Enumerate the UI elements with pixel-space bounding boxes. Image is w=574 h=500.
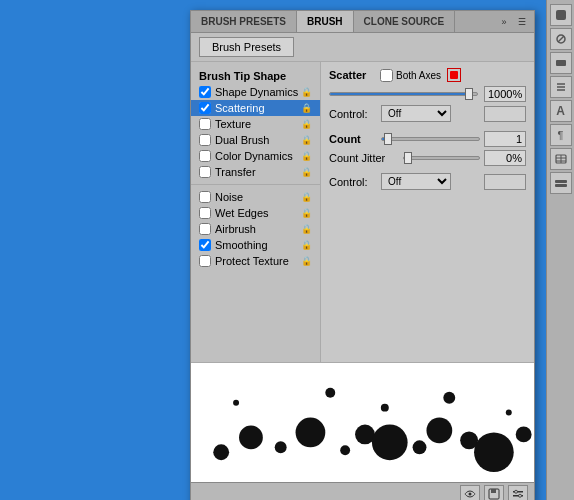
svg-rect-3 bbox=[556, 60, 566, 66]
option-noise[interactable]: Noise 🔒 bbox=[191, 189, 320, 205]
color-dynamics-checkbox[interactable] bbox=[199, 150, 211, 162]
svg-point-31 bbox=[469, 492, 472, 495]
wet-edges-label: Wet Edges bbox=[215, 207, 269, 219]
svg-point-25 bbox=[516, 426, 532, 442]
jitter-slider-thumb[interactable] bbox=[404, 152, 412, 164]
smudge-icon bbox=[554, 56, 568, 70]
tab-bar: BRUSH PRESETS BRUSH CLONE SOURCE » ☰ bbox=[191, 11, 534, 33]
toolbar-btn-1[interactable] bbox=[550, 4, 572, 26]
both-axes-checkbox[interactable] bbox=[380, 69, 393, 82]
svg-point-14 bbox=[213, 444, 229, 460]
control2-select[interactable]: Off bbox=[381, 173, 451, 190]
control1-select[interactable]: Off bbox=[381, 105, 451, 122]
protect-texture-checkbox[interactable] bbox=[199, 255, 211, 267]
preview-eye-btn[interactable] bbox=[460, 485, 480, 501]
texture-checkbox[interactable] bbox=[199, 118, 211, 130]
scatter-label: Scatter bbox=[329, 69, 374, 81]
toolbar-btn-7[interactable] bbox=[550, 148, 572, 170]
smoothing-checkbox[interactable] bbox=[199, 239, 211, 251]
right-toolbar: A ¶ bbox=[546, 0, 574, 500]
option-airbrush[interactable]: Airbrush 🔒 bbox=[191, 221, 320, 237]
count-value-input[interactable] bbox=[484, 131, 526, 147]
wet-edges-checkbox[interactable] bbox=[199, 207, 211, 219]
option-color-dynamics[interactable]: Color Dynamics 🔒 bbox=[191, 148, 320, 164]
text-a-icon: A bbox=[556, 104, 565, 118]
scatter-slider-thumb[interactable] bbox=[465, 88, 473, 100]
brush-panel: BRUSH PRESETS BRUSH CLONE SOURCE » ☰ Bru… bbox=[190, 10, 535, 500]
scatter-slider-track bbox=[329, 92, 478, 96]
color-dynamics-label: Color Dynamics bbox=[215, 150, 293, 162]
left-panel: Brush Tip Shape Shape Dynamics 🔒 Scatter… bbox=[191, 62, 321, 362]
option-dual-brush[interactable]: Dual Brush 🔒 bbox=[191, 132, 320, 148]
option-shape-dynamics[interactable]: Shape Dynamics 🔒 bbox=[191, 84, 320, 100]
svg-point-20 bbox=[372, 424, 408, 460]
brush-tip-shape-header[interactable]: Brush Tip Shape bbox=[191, 68, 320, 84]
control1-value-box bbox=[484, 106, 526, 122]
dual-brush-label: Dual Brush bbox=[215, 134, 269, 146]
toolbar-btn-5[interactable]: A bbox=[550, 100, 572, 122]
scatter-indicator[interactable] bbox=[447, 68, 461, 82]
noise-checkbox[interactable] bbox=[199, 191, 211, 203]
settings-btn[interactable] bbox=[508, 485, 528, 501]
tab-clone-source[interactable]: CLONE SOURCE bbox=[354, 11, 456, 32]
save-btn[interactable] bbox=[484, 485, 504, 501]
wet-edges-lock-icon: 🔒 bbox=[301, 208, 312, 218]
option-transfer[interactable]: Transfer 🔒 bbox=[191, 164, 320, 180]
save-icon bbox=[488, 488, 500, 500]
link-icon bbox=[554, 176, 568, 190]
brush-presets-button[interactable]: Brush Presets bbox=[199, 37, 294, 57]
count-slider-thumb[interactable] bbox=[384, 133, 392, 145]
airbrush-lock-icon: 🔒 bbox=[301, 224, 312, 234]
preview-area bbox=[191, 362, 534, 482]
option-smoothing[interactable]: Smoothing 🔒 bbox=[191, 237, 320, 253]
texture-lock-icon: 🔒 bbox=[301, 119, 312, 129]
control2-row: Control: Off bbox=[329, 173, 526, 190]
svg-point-16 bbox=[275, 441, 287, 453]
svg-point-28 bbox=[381, 404, 389, 412]
smoothing-lock-icon: 🔒 bbox=[301, 240, 312, 250]
toolbar-btn-6[interactable]: ¶ bbox=[550, 124, 572, 146]
scatter-value-input[interactable] bbox=[484, 86, 526, 102]
right-panel: Scatter Both Axes bbox=[321, 62, 534, 362]
dual-brush-checkbox[interactable] bbox=[199, 134, 211, 146]
scatter-slider-container bbox=[329, 92, 478, 96]
control1-row: Control: Off bbox=[329, 105, 526, 122]
option-wet-edges[interactable]: Wet Edges 🔒 bbox=[191, 205, 320, 221]
shape-dynamics-lock-icon: 🔒 bbox=[301, 87, 312, 97]
content-area: Brush Tip Shape Shape Dynamics 🔒 Scatter… bbox=[191, 62, 534, 362]
tab-overflow-btn[interactable]: » bbox=[496, 14, 512, 30]
paragraph-icon: ¶ bbox=[558, 129, 564, 141]
brush-tool-icon bbox=[554, 8, 568, 22]
header-row: Brush Presets bbox=[191, 33, 534, 62]
svg-point-27 bbox=[325, 388, 335, 398]
scattering-checkbox[interactable] bbox=[199, 102, 211, 114]
scattering-label: Scattering bbox=[215, 102, 265, 114]
count-jitter-label: Count Jitter bbox=[329, 152, 399, 164]
toolbar-btn-3[interactable] bbox=[550, 52, 572, 74]
option-protect-texture[interactable]: Protect Texture 🔒 bbox=[191, 253, 320, 269]
tab-brush[interactable]: BRUSH bbox=[297, 11, 354, 32]
option-texture[interactable]: Texture 🔒 bbox=[191, 116, 320, 132]
history-icon bbox=[554, 80, 568, 94]
both-axes-control[interactable]: Both Axes bbox=[380, 69, 441, 82]
control1-label: Control: bbox=[329, 108, 377, 120]
jitter-value-input[interactable] bbox=[484, 150, 526, 166]
transfer-label: Transfer bbox=[215, 166, 256, 178]
tab-menu-btn[interactable]: ☰ bbox=[514, 14, 530, 30]
toolbar-btn-4[interactable] bbox=[550, 76, 572, 98]
svg-point-18 bbox=[340, 445, 350, 455]
airbrush-checkbox[interactable] bbox=[199, 223, 211, 235]
airbrush-label: Airbrush bbox=[215, 223, 256, 235]
transfer-checkbox[interactable] bbox=[199, 166, 211, 178]
shape-dynamics-label: Shape Dynamics bbox=[215, 86, 298, 98]
transfer-lock-icon: 🔒 bbox=[301, 167, 312, 177]
toolbar-btn-2[interactable] bbox=[550, 28, 572, 50]
tab-brush-presets[interactable]: BRUSH PRESETS bbox=[191, 11, 297, 32]
svg-rect-0 bbox=[556, 10, 566, 20]
option-scattering[interactable]: Scattering 🔒 bbox=[191, 100, 320, 116]
svg-rect-11 bbox=[555, 180, 567, 183]
count-jitter-row: Count Jitter bbox=[329, 150, 526, 166]
toolbar-btn-8[interactable] bbox=[550, 172, 572, 194]
shape-dynamics-checkbox[interactable] bbox=[199, 86, 211, 98]
eraser-icon bbox=[554, 32, 568, 46]
